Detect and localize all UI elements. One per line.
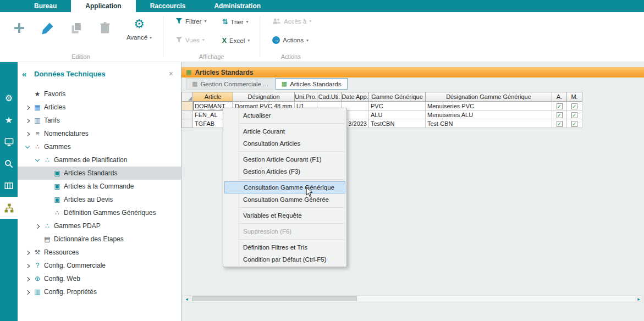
- checkbox-icon[interactable]: ✓: [557, 103, 563, 109]
- select-all-corner[interactable]: [182, 92, 193, 102]
- table-cell[interactable]: ALU: [369, 110, 426, 119]
- context-menu-item[interactable]: Consultation Gamme Générique: [224, 181, 345, 193]
- table-cell[interactable]: TestCBN: [369, 119, 426, 128]
- column-header-gamme-g-n-rique[interactable]: Gamme Générique: [369, 92, 426, 102]
- context-menu-item[interactable]: Condition par Défaut (Ctrl-F5): [223, 253, 346, 265]
- checkbox-cell[interactable]: ✓: [567, 119, 582, 128]
- nav-item[interactable]: ▤Dictionnaire des Etapes: [18, 233, 181, 246]
- checkbox-cell[interactable]: ✓: [567, 102, 582, 110]
- chevron-collapsed-icon[interactable]: [23, 248, 32, 256]
- chevron-collapsed-icon[interactable]: [33, 222, 42, 230]
- column-header-uni-pro-[interactable]: Uni.Pro.: [295, 92, 317, 102]
- checkbox-icon[interactable]: ✓: [557, 121, 563, 127]
- checkbox-icon[interactable]: ✓: [571, 121, 577, 127]
- scrollbar-track[interactable]: [358, 296, 635, 302]
- nav-item[interactable]: ⊕Config. Web: [18, 272, 181, 285]
- chevron-collapsed-icon[interactable]: [23, 130, 32, 137]
- table-cell[interactable]: PVC: [369, 102, 426, 110]
- scroll-right-icon[interactable]: ▸: [635, 296, 643, 302]
- context-menu-item[interactable]: Variables et Requête: [223, 209, 346, 222]
- column-header-date-app-[interactable]: Date App.: [342, 92, 369, 102]
- nav-item[interactable]: ▥Config. Propriétés: [18, 285, 181, 298]
- context-menu-item[interactable]: Consultation Gamme Générée: [223, 193, 346, 206]
- column-header-a-[interactable]: A.: [552, 92, 567, 102]
- chevron-collapsed-icon[interactable]: [23, 103, 32, 111]
- nav-item[interactable]: ∴Définition Gammes Génériques: [18, 206, 181, 219]
- row-selector[interactable]: [182, 119, 193, 128]
- collapse-panel-icon[interactable]: «: [22, 69, 34, 79]
- column-header-article[interactable]: Article: [193, 92, 233, 102]
- filter-button[interactable]: Filtrer ▾: [172, 18, 210, 25]
- context-menu-item[interactable]: Actualiser: [223, 109, 346, 121]
- doc-tab-label: Gestion Commerciale ...: [200, 81, 268, 87]
- panel-title: Articles Standards: [195, 69, 253, 76]
- actions-button[interactable]: → Actions ▾: [269, 36, 315, 44]
- nav-item[interactable]: ≡Nomenclatures: [18, 127, 181, 140]
- checkbox-icon[interactable]: ✓: [571, 103, 577, 109]
- table-cell[interactable]: Test CBN: [426, 119, 552, 128]
- nav-item[interactable]: ▣Articles Standards: [18, 167, 181, 180]
- nav-item[interactable]: ★Favoris: [18, 87, 181, 101]
- checkbox-icon[interactable]: ✓: [571, 112, 577, 118]
- doc-tab[interactable]: ▦Gestion Commerciale ...: [186, 78, 274, 90]
- row-selector[interactable]: [182, 102, 193, 110]
- close-panel-icon[interactable]: ×: [169, 69, 173, 78]
- context-menu-item[interactable]: Gestion Articles (F3): [223, 165, 346, 178]
- column-header-d-signation-gamme-g-n-rique[interactable]: Désignation Gamme Générique: [426, 92, 552, 102]
- chevron-collapsed-icon[interactable]: [23, 262, 32, 269]
- excel-button[interactable]: X Excel ▾: [218, 36, 253, 45]
- nav-item[interactable]: ⚒Ressources: [18, 246, 181, 259]
- checkbox-cell[interactable]: ✓: [552, 119, 567, 128]
- nav-item[interactable]: ∴Gammes PDAP: [18, 219, 181, 233]
- checkbox-cell[interactable]: ✓: [567, 110, 582, 119]
- sort-button[interactable]: ⇅ Trier ▾: [218, 18, 253, 26]
- doc-tab[interactable]: ▦Articles Standards: [276, 78, 348, 90]
- menu-tab-application[interactable]: Application: [71, 0, 135, 12]
- context-menu-item[interactable]: Article Courant: [223, 125, 346, 137]
- context-menu-item[interactable]: Définition Filtres et Tris: [223, 241, 346, 253]
- context-menu-item[interactable]: Gestion Article Courant (F1): [223, 153, 346, 165]
- table-cell[interactable]: Menuiseries PVC: [426, 102, 552, 110]
- sidebar-icon-columns[interactable]: [0, 175, 18, 197]
- sidebar-icon-favorites[interactable]: ★: [0, 109, 18, 131]
- chevron-collapsed-icon[interactable]: [23, 275, 32, 283]
- cube-icon: ▣: [52, 196, 63, 203]
- scrollbar-thumb[interactable]: [192, 296, 357, 301]
- scroll-left-icon[interactable]: ◂: [183, 296, 191, 302]
- nav-item[interactable]: ?Config. Commerciale: [18, 259, 181, 272]
- chevron-collapsed-icon[interactable]: [23, 117, 32, 124]
- column-header-m-[interactable]: M.: [567, 92, 582, 102]
- context-menu-item[interactable]: Consultation Articles: [223, 137, 346, 150]
- menu-tab-bureau[interactable]: Bureau: [20, 0, 71, 12]
- gear-icon: ⚙: [134, 18, 145, 31]
- chevron-expanded-icon[interactable]: [33, 156, 42, 164]
- sitemap-icon: [4, 203, 14, 213]
- horizontal-scrollbar[interactable]: ◂ ▸: [182, 295, 643, 302]
- nav-item[interactable]: ▦Articles: [18, 101, 181, 114]
- network-icon: ∴: [52, 209, 63, 217]
- menu-tab-raccourcis[interactable]: Raccourcis: [136, 0, 200, 12]
- nav-item[interactable]: ▣Articles à la Commande: [18, 180, 181, 193]
- menu-tab-administration[interactable]: Administration: [200, 0, 275, 12]
- row-selector[interactable]: [182, 110, 193, 119]
- views-button: Vues ▾: [172, 36, 210, 43]
- advanced-button[interactable]: ⚙ Avancé ▾: [122, 16, 156, 41]
- nav-item[interactable]: ∴Gammes: [18, 140, 181, 153]
- column-header-cad-uti-[interactable]: Cad.Uti.: [317, 92, 342, 102]
- sidebar-icon-sitemap[interactable]: [0, 197, 18, 219]
- column-header-d-signation[interactable]: Désignation: [233, 92, 295, 102]
- table-cell[interactable]: Menuiseries ALU: [426, 110, 552, 119]
- checkbox-icon[interactable]: ✓: [557, 112, 563, 118]
- add-button[interactable]: [8, 16, 31, 40]
- chevron-collapsed-icon[interactable]: [23, 288, 32, 296]
- checkbox-cell[interactable]: ✓: [552, 102, 567, 110]
- sidebar-icon-search[interactable]: [0, 153, 18, 175]
- checkbox-cell[interactable]: ✓: [552, 110, 567, 119]
- nav-item[interactable]: ▥Tarifs: [18, 114, 181, 127]
- sidebar-icon-settings[interactable]: ⚙: [0, 87, 18, 109]
- nav-item[interactable]: ▣Articles au Devis: [18, 193, 181, 206]
- chevron-expanded-icon[interactable]: [23, 143, 32, 151]
- sidebar-icon-monitor[interactable]: [0, 131, 18, 153]
- nav-item[interactable]: ∴Gammes de Planification: [18, 153, 181, 167]
- edit-button[interactable]: [36, 16, 59, 40]
